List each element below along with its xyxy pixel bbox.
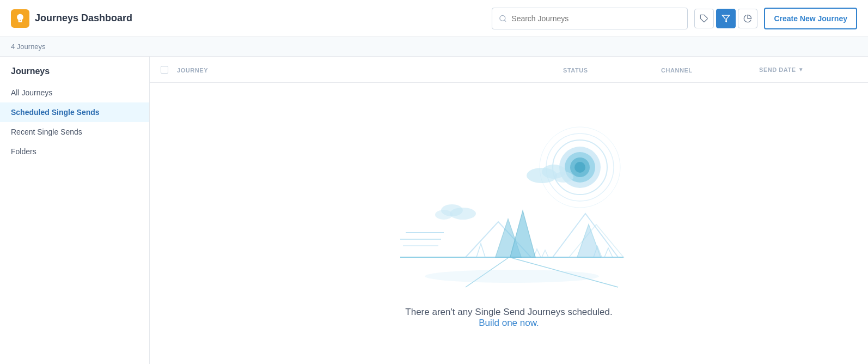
svg-marker-26 [604, 248, 613, 257]
table-header: JOURNEY STATUS CHANNEL SEND DATE ▼ [150, 57, 868, 83]
empty-message: There aren't any Single Send Journeys sc… [405, 307, 612, 329]
logo-area: Journeys Dashboard [11, 9, 132, 28]
svg-point-13 [554, 172, 573, 183]
search-input[interactable] [511, 14, 681, 23]
empty-illustration [368, 118, 651, 298]
main-content: JOURNEY STATUS CHANNEL SEND DATE ▼ [150, 57, 868, 364]
svg-marker-24 [476, 244, 485, 257]
sub-header: 4 Journeys [0, 37, 868, 57]
logo-svg [15, 13, 26, 24]
sidebar: Journeys All Journeys Scheduled Single S… [0, 57, 150, 364]
select-all-checkbox[interactable] [161, 66, 168, 74]
checkbox-col [161, 66, 177, 74]
sidebar-item-folders[interactable]: Folders [0, 142, 149, 161]
logo-icon [11, 9, 29, 28]
pie-icon [743, 14, 752, 23]
search-bar[interactable] [492, 8, 688, 29]
senddate-col-header[interactable]: SEND DATE ▼ [759, 66, 857, 73]
status-col-header: STATUS [563, 65, 661, 75]
sidebar-item-recent-single-sends[interactable]: Recent Single Sends [0, 122, 149, 142]
svg-point-16 [435, 210, 453, 220]
svg-marker-3 [723, 15, 730, 22]
svg-point-36 [425, 270, 599, 283]
svg-point-0 [500, 15, 505, 21]
sort-arrow-icon: ▼ [798, 66, 804, 72]
chart-button[interactable] [738, 9, 757, 28]
sidebar-item-all-journeys[interactable]: All Journeys [0, 83, 149, 102]
search-icon [499, 14, 507, 23]
empty-state: There aren't any Single Send Journeys sc… [150, 83, 868, 364]
channel-col-header: CHANNEL [661, 65, 759, 75]
tag-filter-button[interactable] [694, 9, 714, 28]
app-title: Journeys Dashboard [35, 13, 132, 24]
journey-count: 4 Journeys [11, 43, 46, 51]
svg-point-7 [574, 162, 585, 173]
journey-col-header: JOURNEY [177, 65, 563, 75]
main-layout: Journeys All Journeys Scheduled Single S… [0, 57, 868, 364]
filter-button[interactable] [716, 9, 736, 28]
create-journey-button[interactable]: Create New Journey [764, 8, 857, 29]
svg-marker-30 [510, 211, 535, 257]
sidebar-item-scheduled-single-sends[interactable]: Scheduled Single Sends [0, 102, 149, 122]
svg-line-1 [505, 20, 506, 21]
header: Journeys Dashboard Create New Journey [0, 0, 868, 37]
filter-icon [722, 14, 730, 23]
svg-marker-28 [542, 250, 548, 257]
build-now-link[interactable]: Build one now. [479, 318, 539, 328]
tag-icon [700, 14, 708, 23]
empty-text: There aren't any Single Send Journeys sc… [405, 307, 612, 318]
header-actions [694, 9, 757, 28]
sidebar-heading: Journeys [0, 57, 149, 83]
